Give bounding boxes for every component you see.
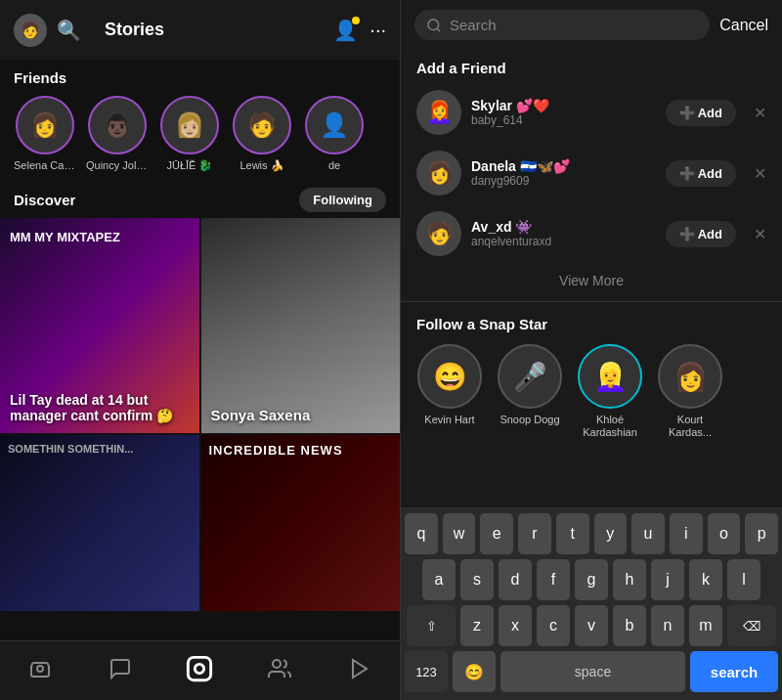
header-icons: 👤 ··· [333, 19, 386, 42]
search-icon[interactable]: 🔍 [57, 19, 81, 42]
friend-suggestion-2: 👩 Danela 🇸🇻🦋💕 danyg9609 ➕ Add ✕ [401, 143, 782, 203]
add-button-1[interactable]: ➕ Add [666, 100, 736, 126]
key-a[interactable]: a [422, 559, 456, 600]
key-k[interactable]: k [689, 559, 722, 600]
suggestion-avatar-2: 👩 [416, 151, 461, 196]
right-panel: Cancel Add a Friend 👩‍🦰 Skylar 💕❤️ baby_… [401, 0, 782, 700]
add-friend-icon[interactable]: 👤 [333, 19, 358, 42]
key-shift[interactable]: ⇧ [407, 605, 456, 646]
friend-name: de [328, 159, 340, 171]
key-h[interactable]: h [613, 559, 646, 600]
search-input[interactable] [450, 17, 698, 33]
friend-item[interactable]: 👨🏿 Quincy Jolae 🔴 [86, 96, 149, 172]
friend-name: Lewis 🍌 [239, 159, 283, 172]
key-j[interactable]: j [651, 559, 684, 600]
suggestion-username-1: baby_614 [471, 113, 656, 127]
key-t[interactable]: t [556, 513, 589, 554]
add-button-2[interactable]: ➕ Add [666, 160, 736, 187]
add-button-3[interactable]: ➕ Add [666, 221, 736, 247]
friend-item[interactable]: 👩🏼 JŪŁĬĔ 🐉 [158, 96, 221, 172]
key-n[interactable]: n [651, 605, 684, 646]
suggestion-username-3: anqelventuraxd [471, 235, 656, 248]
close-suggestion-2[interactable]: ✕ [754, 164, 766, 183]
key-d[interactable]: d [499, 559, 532, 600]
snap-star-item-1[interactable]: 😄 Kevin Hart [414, 344, 485, 439]
key-g[interactable]: g [575, 559, 608, 600]
discover-label: Discover [14, 192, 75, 208]
star-avatar-4: 👩 [658, 344, 722, 409]
nav-chat[interactable] [103, 651, 138, 686]
more-options-icon[interactable]: ··· [369, 19, 386, 41]
close-suggestion-3[interactable]: ✕ [754, 225, 766, 243]
key-f[interactable]: f [537, 559, 570, 600]
cancel-button[interactable]: Cancel [719, 17, 768, 34]
keyboard-row-4: 123 😊 space search [405, 651, 778, 692]
bottom-nav [0, 640, 400, 700]
snap-star-title: Follow a Snap Star [401, 306, 782, 338]
suggestion-name-3: Av_xd 👾 [471, 219, 656, 235]
key-123[interactable]: 123 [405, 651, 448, 692]
key-o[interactable]: o [708, 513, 741, 554]
key-x[interactable]: x [499, 605, 532, 646]
suggestion-name-1: Skylar 💕❤️ [471, 98, 656, 113]
friend-avatar: 🧑 [233, 96, 291, 154]
suggestion-info-2: Danela 🇸🇻🦋💕 danyg9609 [471, 158, 656, 188]
following-button[interactable]: Following [299, 188, 386, 212]
friend-item[interactable]: 👩 Selena Carrizales... [14, 96, 76, 172]
suggestion-username-2: danyg9609 [471, 174, 656, 188]
snap-star-item-2[interactable]: 🎤 Snoop Dogg [495, 344, 565, 439]
key-c[interactable]: c [537, 605, 570, 646]
view-more[interactable]: View More [401, 264, 782, 297]
key-emoji[interactable]: 😊 [453, 651, 496, 692]
key-y[interactable]: y [594, 513, 628, 554]
key-w[interactable]: w [443, 513, 476, 554]
key-z[interactable]: z [460, 605, 494, 646]
friend-suggestion-1: 👩‍🦰 Skylar 💕❤️ baby_614 ➕ Add ✕ [401, 82, 782, 143]
close-suggestion-1[interactable]: ✕ [754, 104, 766, 122]
key-p[interactable]: p [745, 513, 778, 554]
key-s[interactable]: s [460, 559, 494, 600]
star-name-3: Khloé Kardashian [575, 414, 645, 439]
key-q[interactable]: q [405, 513, 438, 554]
friend-item[interactable]: 👤 de [303, 96, 366, 172]
user-avatar[interactable]: 🧑 [14, 14, 47, 47]
friend-avatar: 👨🏿 [88, 96, 147, 154]
discover-card-4[interactable]: INCREDIBLE NEWS [201, 435, 401, 611]
friend-name: Selena Carrizales... [14, 159, 76, 171]
nav-friends[interactable] [262, 651, 297, 686]
key-e[interactable]: e [480, 513, 513, 554]
key-space[interactable]: space [500, 651, 685, 692]
keyboard: q w e r t y u i o p a s d f g h j k l ⇧ … [401, 507, 782, 700]
star-name-4: Kourt Kardas... [655, 414, 725, 439]
key-search[interactable]: search [690, 651, 778, 692]
suggestion-name-2: Danela 🇸🇻🦋💕 [471, 158, 656, 174]
discover-card-2[interactable]: Sonya Saxena [201, 218, 401, 433]
snap-star-item-3[interactable]: 👱‍♀️ Khloé Kardashian [575, 344, 645, 439]
discover-card-1[interactable]: MM MY MIXTAPEZ Lil Tay dead at 14 but ma… [0, 218, 199, 433]
key-backspace[interactable]: ⌫ [727, 605, 776, 646]
key-i[interactable]: i [670, 513, 703, 554]
card-bg: SOMETHIN SOMETHIN... [0, 435, 199, 611]
key-l[interactable]: l [727, 559, 760, 600]
star-avatar-1: 😄 [417, 344, 482, 409]
nav-snap[interactable] [182, 651, 217, 686]
key-v[interactable]: v [575, 605, 608, 646]
suggestion-info-3: Av_xd 👾 anqelventuraxd [471, 219, 656, 248]
key-m[interactable]: m [689, 605, 722, 646]
friend-item[interactable]: 🧑 Lewis 🍌 [231, 96, 293, 172]
search-icon [426, 18, 442, 33]
snap-star-item-4[interactable]: 👩 Kourt Kardas... [655, 344, 725, 439]
key-r[interactable]: r [518, 513, 551, 554]
left-panel: 🧑 🔍 Stories 👤 ··· Friends 👩 Selena Carri… [0, 0, 401, 700]
search-bar[interactable] [414, 10, 710, 40]
left-header: 🧑 🔍 Stories 👤 ··· [0, 0, 400, 60]
nav-camera[interactable] [22, 651, 58, 686]
friends-label: Friends [0, 60, 400, 92]
nav-discover[interactable] [342, 651, 377, 686]
discover-card-3[interactable]: SOMETHIN SOMETHIN... [0, 435, 199, 611]
page-title: Stories [91, 10, 324, 50]
key-b[interactable]: b [613, 605, 646, 646]
suggestion-avatar-3: 🧑 [416, 211, 461, 256]
key-u[interactable]: u [631, 513, 665, 554]
star-avatar-2: 🎤 [498, 344, 562, 409]
